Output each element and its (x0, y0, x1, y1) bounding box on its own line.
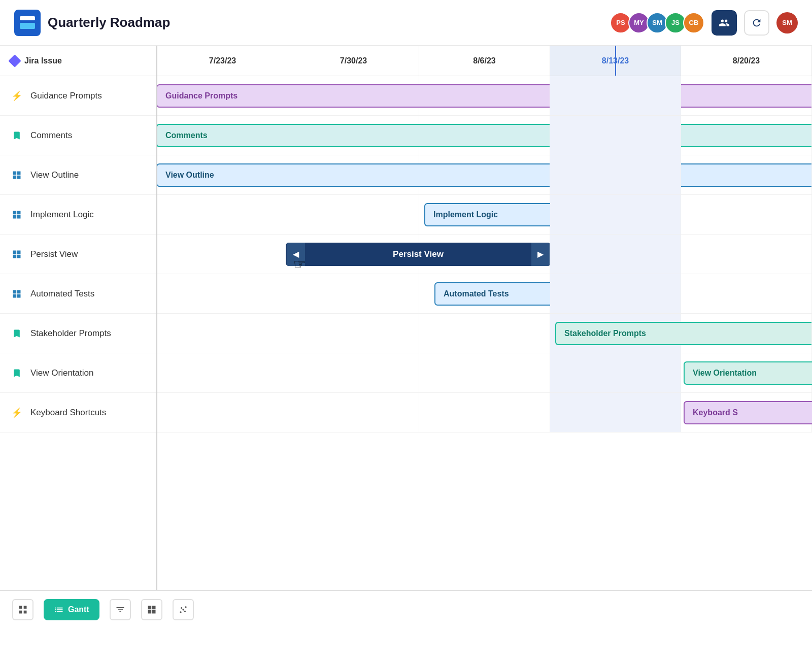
sidebar-header-label: Jira Issue (24, 56, 62, 65)
cell-2-4 (681, 155, 812, 194)
sidebar-item-automated-tests[interactable]: Automated Tests (0, 274, 156, 314)
gantt-header: 7/23/23 7/30/23 8/6/23 8/13/23 8/20/23 (157, 46, 812, 76)
gantt-area: 7/23/23 7/30/23 8/6/23 8/13/23 8/20/23 (157, 46, 812, 590)
cell-5-0 (157, 274, 288, 313)
col-header-8-20: 8/20/23 (681, 46, 812, 76)
svg-point-4 (184, 610, 185, 612)
footer: Gantt (0, 590, 812, 628)
sidebar-item-keyboard-shortcuts[interactable]: ⚡ Keyboard Shortcuts (0, 393, 156, 432)
lightning-icon-keyboard: ⚡ (10, 406, 23, 419)
cell-5-4 (681, 274, 812, 313)
jira-icon (8, 54, 21, 67)
gantt-view-button[interactable]: Gantt (44, 599, 99, 620)
team-button[interactable] (712, 10, 737, 36)
svg-point-3 (181, 607, 182, 609)
svg-point-1 (182, 609, 184, 610)
sidebar-item-view-orientation[interactable]: View Orientation (0, 353, 156, 393)
cell-4-2 (419, 235, 550, 274)
sidebar-item-view-outline[interactable]: View Outline (0, 155, 156, 195)
cell-8-3 (550, 393, 681, 432)
lightning-icon: ⚡ (10, 89, 23, 103)
cell-3-3 (550, 195, 681, 234)
gantt-row-keyboard: Keyboard S (157, 393, 812, 432)
header-right: PS MY SM JS CB SM (610, 10, 798, 36)
app-logo-icon (14, 10, 41, 36)
sidebar-label-persist-view: Persist View (30, 249, 78, 259)
cell-8-2 (419, 393, 550, 432)
cell-3-0 (157, 195, 288, 234)
persist-view-prev-button[interactable]: ◀ (287, 243, 305, 266)
cell-6-4 (681, 314, 812, 353)
sidebar-label-view-orientation: View Orientation (30, 368, 93, 378)
cell-1-3 (550, 116, 681, 155)
cell-0-3 (550, 76, 681, 115)
sidebar-item-persist-view[interactable]: Persist View (0, 235, 156, 274)
bookmark-icon-stakeholder (10, 327, 23, 340)
sidebar-label-view-outline: View Outline (30, 170, 79, 180)
cell-5-2: Automated Tests (419, 274, 550, 313)
sidebar-label-implement-logic: Implement Logic (30, 210, 94, 220)
avatar-cb[interactable]: CB (683, 12, 704, 34)
col-header-8-13: 8/13/23 (550, 46, 681, 76)
gantt-row-implement-logic: Implement Logic (157, 195, 812, 235)
timeline-container: Jira Issue ⚡ Guidance Prompts Comments V… (0, 46, 812, 590)
cell-2-3 (550, 155, 681, 194)
cell-3-4 (681, 195, 812, 234)
cell-2-2 (419, 155, 550, 194)
cell-5-3 (550, 274, 681, 313)
sidebar-label-keyboard: Keyboard Shortcuts (30, 408, 106, 418)
cell-6-2 (419, 314, 550, 353)
cell-7-3 (550, 353, 681, 392)
grid-view-button[interactable] (12, 599, 33, 620)
sidebar-item-guidance-prompts[interactable]: ⚡ Guidance Prompts (0, 76, 156, 116)
cell-4-3 (550, 235, 681, 274)
sidebar-item-implement-logic[interactable]: Implement Logic (0, 195, 156, 235)
cell-6-0 (157, 314, 288, 353)
grid-icon-automated-tests (10, 287, 23, 301)
sidebar-item-stakeholder-prompts[interactable]: Stakeholder Prompts (0, 314, 156, 353)
refresh-button[interactable] (744, 10, 769, 36)
gantt-rows: Guidance Prompts Comments (157, 76, 812, 590)
svg-point-2 (185, 606, 186, 608)
bar-keyboard-shortcuts: Keyboard S (684, 401, 812, 424)
cell-7-4: View Orientation (681, 353, 812, 392)
cell-5-1 (288, 274, 419, 313)
sidebar-header: Jira Issue (0, 46, 156, 76)
cell-4-1: ◀ Persist View ▶ ☞ (288, 235, 419, 274)
page-title: Quarterly Roadmap (48, 15, 170, 30)
gantt-row-view-orientation: View Orientation (157, 353, 812, 393)
bookmark-icon-comments (10, 129, 23, 142)
sidebar: Jira Issue ⚡ Guidance Prompts Comments V… (0, 46, 157, 590)
gantt-body: Guidance Prompts Comments (157, 76, 812, 590)
gantt-row-automated-tests: Automated Tests (157, 274, 812, 314)
cell-0-2 (419, 76, 550, 115)
bar-view-orientation: View Orientation (684, 361, 812, 385)
cell-6-3: Stakeholder Prompts (550, 314, 681, 353)
main-content: Jira Issue ⚡ Guidance Prompts Comments V… (0, 46, 812, 628)
cell-8-1 (288, 393, 419, 432)
cell-2-1: View Outline (288, 155, 419, 194)
cell-1-2 (419, 116, 550, 155)
cell-8-4: Keyboard S (681, 393, 812, 432)
sidebar-label-comments: Comments (30, 130, 72, 141)
cell-3-1 (288, 195, 419, 234)
cell-1-4 (681, 116, 812, 155)
cell-8-0 (157, 393, 288, 432)
gantt-row-guidance: Guidance Prompts (157, 76, 812, 116)
cell-6-1 (288, 314, 419, 353)
cell-4-4 (681, 235, 812, 274)
cell-4-0 (157, 235, 288, 274)
sidebar-label-automated-tests: Automated Tests (30, 289, 94, 299)
cell-7-0 (157, 353, 288, 392)
grid-icon-persist-view (10, 248, 23, 261)
grid-icon-view-outline (10, 169, 23, 182)
sidebar-item-comments[interactable]: Comments (0, 116, 156, 155)
board-view-button[interactable] (141, 599, 162, 620)
filter-view-button[interactable] (110, 599, 131, 620)
user-avatar[interactable]: SM (776, 12, 798, 34)
cell-0-1: Guidance Prompts (288, 76, 419, 115)
gantt-row-persist-view: ◀ Persist View ▶ ☞ (157, 235, 812, 274)
gantt-row-stakeholder: Stakeholder Prompts (157, 314, 812, 353)
sidebar-label-stakeholder: Stakeholder Prompts (30, 328, 111, 339)
scatter-view-button[interactable] (173, 599, 194, 620)
